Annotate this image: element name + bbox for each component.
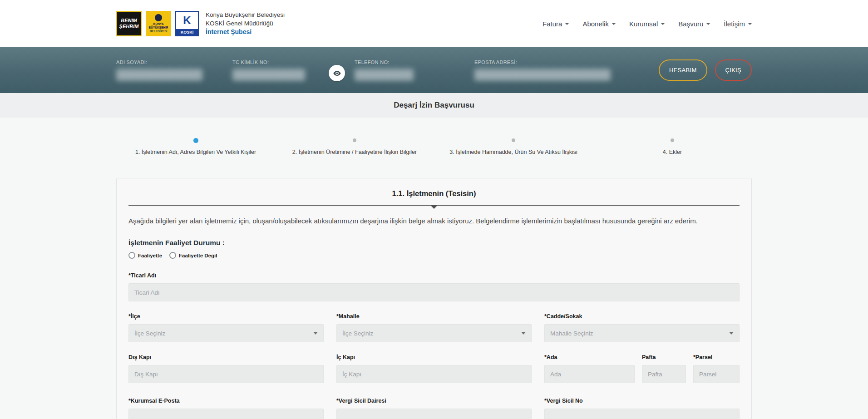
cikis-button[interactable]: ÇIKIŞ xyxy=(715,59,752,81)
step-label: 2. İşletmenin Üretimine / Faaliyetine İl… xyxy=(292,149,417,155)
field-ilce: *İlçe İlçe Seçiniz xyxy=(128,313,324,342)
page-title-bar: Deşarj İzin Başvurusu xyxy=(0,93,868,118)
chevron-down-icon xyxy=(706,23,710,25)
konya-logo-line3: BELEDİYESİ xyxy=(150,30,168,33)
form-card: 1.1. İşletmenin (Tesisin) Aşağıda bilgil… xyxy=(116,178,752,419)
ilce-select[interactable]: İlçe Seçiniz xyxy=(128,324,324,342)
step-dot xyxy=(512,138,515,142)
org-name-line2: KOSKİ Genel Müdürlüğü xyxy=(206,20,285,28)
chevron-down-icon xyxy=(521,332,526,335)
dis-kapi-input[interactable] xyxy=(128,365,324,383)
radio-option-faaliyette[interactable]: Faaliyette xyxy=(128,252,162,259)
radio-option-faaliyette-degil[interactable]: Faaliyette Değil xyxy=(169,252,217,259)
nav-abonelik[interactable]: Abonelik xyxy=(582,20,616,28)
field-mahalle: *Mahalle İlçe Seçiniz xyxy=(336,313,532,342)
step-dot xyxy=(353,138,356,142)
step-dot-active xyxy=(193,138,198,143)
konya-logo-line2: BÜYÜKŞEHİR xyxy=(149,26,168,30)
parsel-label: *Parsel xyxy=(693,354,740,360)
stepper-step-2[interactable]: 2. İşletmenin Üretimine / Faaliyetine İl… xyxy=(275,138,434,155)
ilce-select-value: İlçe Seçiniz xyxy=(134,330,165,337)
telefon-masked-value xyxy=(355,69,414,81)
cadde-sokak-select-value: Mahalle Seçiniz xyxy=(550,330,593,337)
nav-basvuru[interactable]: Başvuru xyxy=(678,20,710,28)
chevron-down-icon xyxy=(313,332,318,335)
vergi-sicil-dairesi-input[interactable] xyxy=(336,409,532,419)
nav-label: Başvuru xyxy=(678,20,703,28)
reveal-tc-button[interactable] xyxy=(329,65,345,81)
vergi-sicil-no-label: *Vergi Sicil No xyxy=(544,398,740,404)
userbar-field-eposta: EPOSTA ADRESİ: xyxy=(474,59,624,81)
section-header: 1.1. İşletmenin (Tesisin) xyxy=(128,189,740,206)
section-pointer-icon xyxy=(430,205,438,209)
nav-label: İletişim xyxy=(724,20,745,28)
ticari-adi-label: *Ticari Adı xyxy=(128,272,740,279)
pafta-input[interactable] xyxy=(642,365,686,383)
stepper-step-3[interactable]: 3. İşletmede Hammadde, Ürün Su Ve Atıksu… xyxy=(434,138,593,155)
main-nav: Fatura Abonelik Kurumsal Başvuru İletişi… xyxy=(542,20,752,28)
internet-subesi-link[interactable]: İnternet Şubesi xyxy=(206,28,285,36)
telefon-label: TELEFON NO: xyxy=(355,59,474,65)
cadde-sokak-select[interactable]: Mahalle Seçiniz xyxy=(544,324,740,342)
faaliyette-degil-radio[interactable] xyxy=(169,252,176,259)
dis-kapi-label: Dış Kapı xyxy=(128,354,324,360)
field-kurumsal-eposta: *Kurumsal E-Posta xyxy=(128,398,324,419)
activity-status-heading: İşletmenin Faaliyet Durumu : xyxy=(128,239,740,247)
parsel-input[interactable] xyxy=(693,365,740,383)
ic-kapi-input[interactable] xyxy=(336,365,532,383)
nav-fatura[interactable]: Fatura xyxy=(542,20,569,28)
benim-sehrim-logo[interactable]: BENIM ŞEHRIM xyxy=(116,11,142,36)
nav-kurumsal[interactable]: Kurumsal xyxy=(629,20,665,28)
chevron-down-icon xyxy=(729,332,734,335)
nav-iletisim[interactable]: İletişim xyxy=(724,20,752,28)
hesabim-button[interactable]: HESABIM xyxy=(659,59,707,81)
mahalle-select-value: İlçe Seçiniz xyxy=(342,330,373,337)
koski-k-icon: K xyxy=(176,12,198,29)
eposta-masked-value xyxy=(474,69,611,81)
brand: BENIM ŞEHRIM KONYA BÜYÜKŞEHİR BELEDİYESİ… xyxy=(116,11,285,36)
eposta-label: EPOSTA ADRESİ: xyxy=(474,59,624,65)
koski-logo[interactable]: K KOSKİ xyxy=(175,11,199,36)
faaliyette-radio[interactable] xyxy=(128,252,135,259)
userbar-field-adi-soyadi: ADI SOYADI: xyxy=(116,59,232,81)
nav-label: Kurumsal xyxy=(629,20,658,28)
mahalle-select[interactable]: İlçe Seçiniz xyxy=(336,324,532,342)
user-info-bar: ADI SOYADI: TC KİMLİK NO: TELEFON NO: EP… xyxy=(0,47,868,93)
field-vergi-sicil-dairesi: *Vergi Sicil Dairesi xyxy=(336,398,532,419)
chevron-down-icon xyxy=(661,23,665,25)
brand-text: Konya Büyükşehir Belediyesi KOSKİ Genel … xyxy=(206,11,285,36)
chevron-down-icon xyxy=(612,23,616,25)
activity-radio-group: Faaliyette Faaliyette Değil xyxy=(128,252,740,259)
kurumsal-eposta-input[interactable] xyxy=(128,409,324,419)
ada-input[interactable] xyxy=(544,365,635,383)
ticari-adi-input[interactable] xyxy=(128,283,740,301)
step-label: 3. İşletmede Hammadde, Ürün Su Ve Atıksu… xyxy=(449,149,577,155)
koski-logo-label: KOSKİ xyxy=(176,29,198,35)
tc-kimlik-masked-value xyxy=(232,69,305,81)
field-ic-kapi: İç Kapı xyxy=(336,354,532,383)
section-title: 1.1. İşletmenin (Tesisin) xyxy=(128,189,740,198)
mahalle-label: *Mahalle xyxy=(336,313,532,320)
vergi-sicil-no-input[interactable] xyxy=(544,409,740,419)
header: BENIM ŞEHRIM KONYA BÜYÜKŞEHİR BELEDİYESİ… xyxy=(0,0,868,47)
benim-logo-line1: BENIM xyxy=(121,18,137,24)
field-ticari-adi: *Ticari Adı xyxy=(128,272,740,301)
stepper-step-1[interactable]: 1. İşletmenin Adı, Adres Bilgileri Ve Ye… xyxy=(116,138,275,155)
konya-logo-line1: KONYA xyxy=(153,22,164,26)
adi-soyadi-masked-value xyxy=(116,69,202,81)
page-title: Deşarj İzin Başvurusu xyxy=(394,101,474,110)
step-label: 4. Ekler xyxy=(663,149,682,155)
kurumsal-eposta-label: *Kurumsal E-Posta xyxy=(128,398,324,404)
field-vergi-sicil-no: *Vergi Sicil No xyxy=(544,398,740,419)
ada-label: *Ada xyxy=(544,354,635,360)
org-name-line1: Konya Büyükşehir Belediyesi xyxy=(206,11,285,19)
userbar-field-tc-kimlik: TC KİMLİK NO: xyxy=(232,59,355,81)
pafta-label: Pafta xyxy=(642,354,686,360)
ilce-label: *İlçe xyxy=(128,313,324,320)
declaration-text: Aşağıda bilgileri yer alan işletmemiz iç… xyxy=(128,216,740,226)
userbar-buttons: HESABIM ÇIKIŞ xyxy=(659,59,752,81)
eye-icon xyxy=(333,69,341,78)
konya-buyuksehir-logo[interactable]: KONYA BÜYÜKŞEHİR BELEDİYESİ xyxy=(146,11,171,36)
konya-emblem-icon xyxy=(155,14,162,21)
stepper-step-4[interactable]: 4. Ekler xyxy=(593,138,752,155)
